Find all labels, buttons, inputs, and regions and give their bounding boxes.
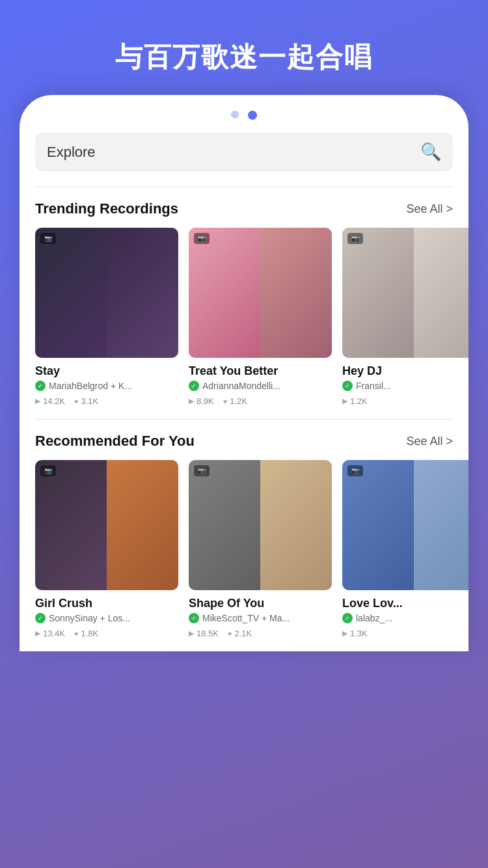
artist-name-2: AdriannaMondelli... — [202, 381, 280, 391]
rec-card-2-title: Shape Of You — [189, 597, 332, 610]
rec-card-3[interactable]: 📷 Love Lov... ✓ lalabz_... ▶ 1.3K — [342, 460, 468, 638]
trending-scroll[interactable]: 📷 Stay ✓ MariahBelgrod + K... ▶ 14.2K ♥ … — [20, 228, 468, 419]
play-count-3: 1.2K — [350, 396, 368, 406]
rec-card-1-artists: ✓ SonnySinay + Los... — [35, 613, 178, 623]
dot-1[interactable] — [231, 111, 239, 118]
rec-card-3-title: Love Lov... — [342, 597, 468, 610]
rec-card-2-artists: ✓ MikeScott_TV + Ma... — [189, 613, 332, 623]
camera-icon: 📷 — [44, 235, 52, 242]
trending-card-2-stats: ▶ 8.9K ♥ 1.2K — [189, 396, 332, 406]
rec-verified-icon-3: ✓ — [342, 613, 353, 623]
trending-card-1-stats: ▶ 14.2K ♥ 3.1K — [35, 396, 178, 406]
play-count-1: 14.2K — [43, 396, 65, 406]
trending-card-3[interactable]: 📷 Hey DJ ✓ Fransil... ▶ 1.2K — [342, 228, 468, 406]
header-title: 与百万歌迷一起合唱 — [0, 0, 488, 95]
trending-card-2[interactable]: 📷 Treat You Better ✓ AdriannaMondelli...… — [189, 228, 332, 406]
rec-video-badge-3: 📷 — [347, 465, 363, 476]
trending-thumb-1: 📷 — [35, 228, 178, 358]
trending-card-3-artists: ✓ Fransil... — [342, 381, 468, 391]
rec-artist-name-1: SonnySinay + Los... — [49, 613, 130, 623]
rec-play-icon-3: ▶ — [342, 629, 347, 638]
rec-verified-icon-1: ✓ — [35, 613, 46, 623]
rec-play-count-3: 1.3K — [350, 629, 368, 638]
rec-artist-name-2: MikeScott_TV + Ma... — [202, 613, 290, 623]
rec-card-2-stats: ▶ 18.5K ♥ 2.1K — [189, 629, 332, 638]
play-icon-2: ▶ — [189, 397, 194, 405]
trending-card-2-title: Treat You Better — [189, 364, 332, 378]
like-count-1: 3.1K — [81, 396, 99, 406]
dots-container — [20, 95, 468, 133]
rec-play-count-2: 18.5K — [197, 629, 219, 638]
rec-card-2[interactable]: 📷 Shape Of You ✓ MikeScott_TV + Ma... ▶ … — [189, 460, 332, 638]
rec-card-3-stats: ▶ 1.3K — [342, 629, 468, 638]
rec-card-1[interactable]: 📷 Girl Crush ✓ SonnySinay + Los... ▶ 13.… — [35, 460, 178, 638]
rec-card-3-artists: ✓ lalabz_... — [342, 613, 468, 623]
trending-see-all[interactable]: See All > — [406, 202, 453, 216]
rec-like-icon-1: ♥ — [74, 630, 79, 638]
dot-2[interactable] — [248, 111, 257, 120]
rec-artist-name-3: lalabz_... — [356, 613, 392, 623]
rec-like-count-2: 2.1K — [235, 629, 252, 638]
search-placeholder-text: Explore — [47, 144, 420, 161]
rec-verified-icon-2: ✓ — [189, 613, 199, 623]
rec-like-icon-2: ♥ — [228, 630, 232, 638]
rec-thumb-1: 📷 — [35, 460, 178, 590]
trending-card-3-stats: ▶ 1.2K — [342, 396, 468, 406]
rec-camera-icon-3: 📷 — [351, 467, 359, 474]
trending-thumb-2: 📷 — [189, 228, 332, 358]
trending-card-3-title: Hey DJ — [342, 364, 468, 378]
verified-icon-3: ✓ — [342, 381, 353, 391]
rec-thumb-3: 📷 — [342, 460, 468, 590]
rec-camera-icon-2: 📷 — [198, 467, 206, 474]
verified-icon-1: ✓ — [35, 381, 46, 391]
search-bar[interactable]: Explore 🔍 — [35, 133, 453, 171]
recommended-title: Recommended For You — [35, 433, 195, 450]
like-count-2: 1.2K — [230, 396, 247, 406]
artist-name-1: MariahBelgrod + K... — [49, 381, 132, 391]
trending-title: Trending Recordings — [35, 200, 178, 217]
search-icon[interactable]: 🔍 — [420, 142, 441, 162]
artist-name-3: Fransil... — [356, 381, 391, 391]
phone-container: Explore 🔍 Trending Recordings See All > … — [20, 95, 468, 651]
verified-icon-2: ✓ — [189, 381, 199, 391]
video-badge-1: 📷 — [40, 233, 56, 244]
rec-play-icon-1: ▶ — [35, 629, 40, 638]
rec-like-count-1: 1.8K — [81, 629, 99, 638]
rec-video-badge-2: 📷 — [194, 465, 210, 476]
recommended-scroll[interactable]: 📷 Girl Crush ✓ SonnySinay + Los... ▶ 13.… — [20, 460, 468, 651]
rec-card-1-title: Girl Crush — [35, 597, 178, 610]
like-icon-2: ♥ — [223, 398, 228, 405]
like-icon-1: ♥ — [74, 398, 79, 405]
recommended-section-header: Recommended For You See All > — [20, 420, 468, 460]
rec-video-badge-1: 📷 — [40, 465, 56, 476]
trending-card-1[interactable]: 📷 Stay ✓ MariahBelgrod + K... ▶ 14.2K ♥ … — [35, 228, 178, 406]
camera-icon-3: 📷 — [351, 235, 359, 242]
video-badge-3: 📷 — [347, 233, 363, 244]
rec-card-1-stats: ▶ 13.4K ♥ 1.8K — [35, 629, 178, 638]
rec-camera-icon-1: 📷 — [44, 467, 52, 474]
trending-card-1-artists: ✓ MariahBelgrod + K... — [35, 381, 178, 391]
trending-thumb-3: 📷 — [342, 228, 468, 358]
play-icon-1: ▶ — [35, 397, 40, 405]
rec-play-icon-2: ▶ — [189, 629, 194, 638]
video-badge-2: 📷 — [194, 233, 210, 244]
camera-icon-2: 📷 — [198, 235, 206, 242]
rec-play-count-1: 13.4K — [43, 629, 65, 638]
play-icon-3: ▶ — [342, 397, 347, 405]
trending-section-header: Trending Recordings See All > — [20, 187, 468, 228]
rec-thumb-2: 📷 — [189, 460, 332, 590]
play-count-2: 8.9K — [197, 396, 214, 406]
trending-card-2-artists: ✓ AdriannaMondelli... — [189, 381, 332, 391]
trending-card-1-title: Stay — [35, 364, 178, 378]
recommended-see-all[interactable]: See All > — [406, 435, 453, 448]
